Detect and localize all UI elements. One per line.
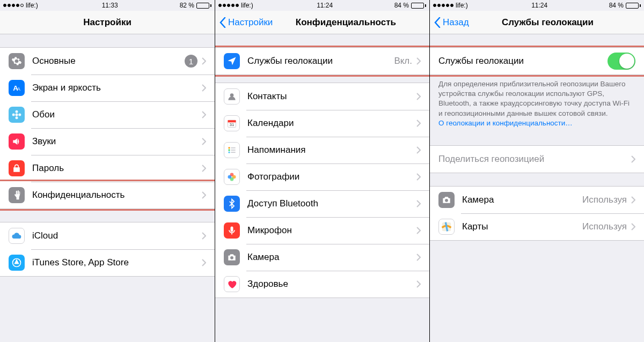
cell-label: Микрофон — [247, 225, 416, 236]
svg-rect-22 — [231, 227, 233, 232]
privacy-group-2: Контакты 31 Календари Напоминания Фотогр… — [215, 83, 429, 298]
cell-photos[interactable]: Фотографии — [215, 163, 429, 190]
cell-label: Поделиться геопозицией — [438, 154, 631, 165]
nav-title: Настройки — [83, 17, 131, 28]
nav-bar: Назад Службы геолокации — [430, 11, 644, 34]
chevron-right-icon — [416, 93, 421, 100]
signal-dots — [218, 4, 239, 7]
svg-point-12 — [228, 147, 230, 148]
back-button[interactable]: Настройки — [219, 17, 273, 28]
maps-icon — [438, 219, 455, 235]
cell-bluetooth[interactable]: Доступ Bluetooth — [215, 190, 429, 217]
phone-location: life:) 11:24 84 % Назад Службы геолокаци… — [429, 0, 644, 342]
chevron-right-icon — [631, 223, 635, 231]
settings-content[interactable]: Основные 1 AA Экран и яркость Обои Звуки — [0, 34, 215, 342]
bluetooth-icon — [224, 196, 240, 212]
speaker-icon — [9, 133, 25, 150]
cell-calendars[interactable]: 31 Календари — [215, 110, 429, 137]
cell-label: Контакты — [247, 91, 416, 102]
cell-contacts[interactable]: Контакты — [215, 83, 429, 110]
cell-detail: Используя — [582, 195, 627, 205]
cell-label: iTunes Store, App Store — [32, 257, 202, 268]
mic-icon — [224, 222, 240, 239]
svg-point-8 — [230, 93, 234, 97]
toggle-label: Службы геолокации — [438, 56, 608, 66]
footer-text: Для определения приблизительной геопозиц… — [438, 80, 630, 117]
svg-point-14 — [228, 149, 230, 151]
cell-wallpaper[interactable]: Обои — [0, 101, 215, 128]
clock-label: 11:24 — [531, 2, 547, 9]
battery-icon — [411, 3, 426, 9]
cell-microphone[interactable]: Микрофон — [215, 217, 429, 244]
cell-location-services[interactable]: Службы геолокации Вкл. — [215, 48, 429, 75]
cell-icloud[interactable]: iCloud — [0, 222, 215, 249]
cell-camera[interactable]: Камера — [215, 244, 429, 271]
phone-privacy: life:) 11:24 84 % Настройки Конфиденциал… — [215, 0, 429, 342]
cell-label: iCloud — [32, 231, 202, 241]
svg-point-24 — [445, 199, 448, 202]
camera-icon — [224, 249, 240, 265]
nav-title: Службы геолокации — [502, 17, 594, 28]
cell-display[interactable]: AA Экран и яркость — [0, 75, 215, 101]
cell-label: Обои — [32, 109, 202, 120]
cell-label: Камера — [462, 195, 582, 205]
cell-detail: Вкл. — [394, 56, 412, 66]
chevron-right-icon — [202, 138, 206, 145]
cell-label: Службы геолокации — [247, 56, 394, 66]
chevron-right-icon — [202, 165, 206, 172]
cell-label: Календари — [247, 118, 416, 129]
toggle-switch[interactable] — [608, 53, 635, 70]
cell-health[interactable]: Здоровье — [215, 271, 429, 298]
location-content[interactable]: Службы геолокации Для определения прибли… — [430, 34, 644, 342]
footer-link[interactable]: О геолокации и конфиденциальности… — [438, 119, 573, 127]
hand-icon — [9, 187, 25, 203]
nav-title: Конфиденциальность — [296, 17, 396, 28]
back-label: Настройки — [228, 17, 273, 28]
cell-label: Основные — [32, 56, 185, 66]
signal-dots — [433, 4, 453, 7]
carrier-label: life:) — [26, 2, 38, 9]
cell-passcode[interactable]: Пароль — [0, 155, 215, 182]
cell-reminders[interactable]: Напоминания — [215, 137, 429, 163]
cell-itunes[interactable]: iTunes Store, App Store — [0, 249, 215, 276]
svg-point-2 — [16, 114, 18, 116]
battery-icon — [196, 3, 211, 9]
back-label: Назад — [443, 17, 469, 28]
chevron-right-icon — [416, 173, 421, 181]
flower-icon — [9, 107, 25, 123]
cell-label: Фотографии — [247, 172, 416, 182]
cell-label: Звуки — [32, 136, 202, 147]
cell-share-location[interactable]: Поделиться геопозицией — [430, 146, 644, 173]
clock-label: 11:24 — [317, 2, 333, 9]
svg-point-5 — [12, 114, 15, 116]
cell-detail: Используя — [582, 221, 627, 232]
location-icon — [224, 53, 240, 69]
cell-label: Здоровье — [247, 279, 416, 289]
chevron-left-icon — [219, 17, 226, 28]
chevron-right-icon — [202, 84, 206, 92]
toggle-location-services[interactable]: Службы геолокации — [430, 48, 644, 75]
cell-maps-app[interactable]: Карты Используя — [430, 213, 644, 240]
phone-settings: life:) 11:33 82 % Настройки Основные 1 A… — [0, 0, 215, 342]
svg-point-6 — [18, 114, 21, 116]
status-bar: life:) 11:24 84 % — [215, 0, 429, 11]
svg-point-21 — [228, 175, 232, 179]
back-button[interactable]: Назад — [434, 17, 469, 28]
calendar-icon: 31 — [224, 115, 240, 131]
cell-general[interactable]: Основные 1 — [0, 48, 215, 75]
cell-sounds[interactable]: Звуки — [0, 128, 215, 155]
battery-icon — [626, 3, 641, 9]
svg-text:A: A — [17, 86, 21, 92]
status-bar: life:) 11:33 82 % — [0, 0, 215, 11]
chevron-right-icon — [416, 254, 421, 261]
reminders-icon — [224, 142, 240, 158]
chevron-right-icon — [631, 196, 635, 204]
footer-description: Для определения приблизительной геопозиц… — [430, 75, 644, 135]
cell-camera-app[interactable]: Камера Используя — [430, 187, 644, 213]
photos-icon — [224, 169, 240, 185]
carrier-label: life:) — [241, 2, 253, 9]
cell-privacy[interactable]: Конфиденциальность — [0, 182, 215, 209]
svg-rect-17 — [231, 152, 235, 153]
privacy-content[interactable]: Службы геолокации Вкл. Контакты 31 Кален… — [215, 34, 429, 342]
gear-icon — [9, 53, 25, 69]
